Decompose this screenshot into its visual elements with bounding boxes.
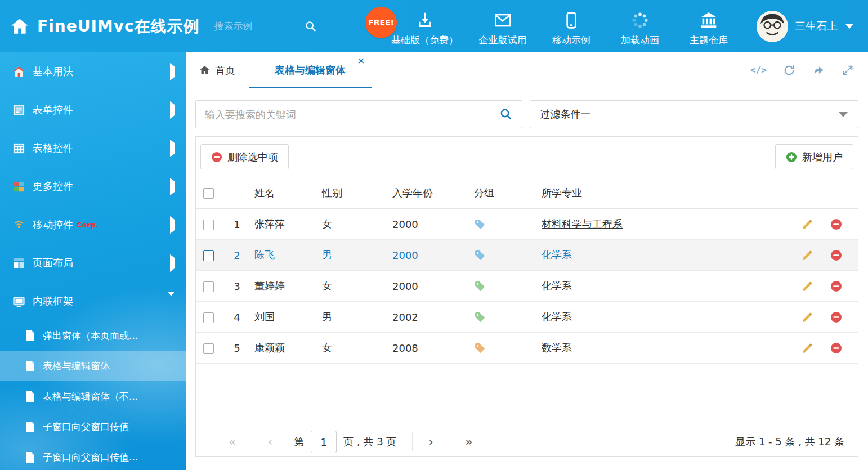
- chevron-down-icon: [845, 24, 853, 29]
- search-icon[interactable]: [499, 108, 513, 121]
- row-number: 3: [224, 271, 250, 302]
- row-checkbox[interactable]: [203, 312, 214, 323]
- page-number-input[interactable]: [311, 431, 337, 453]
- first-page-icon[interactable]: «: [213, 436, 252, 448]
- major-link[interactable]: 化学系: [542, 249, 572, 261]
- sidebar-item-page-layout[interactable]: 页面布局: [0, 244, 186, 282]
- cell-gender: 女: [317, 209, 388, 240]
- major-link[interactable]: 化学系: [542, 280, 572, 292]
- next-page-icon[interactable]: ›: [413, 436, 449, 448]
- delete-row-icon[interactable]: [830, 311, 842, 323]
- major-link[interactable]: 化学系: [542, 311, 572, 323]
- chevron-right-icon: [170, 181, 175, 192]
- nav-item-basic-edition[interactable]: FREE! 基础版（免费）: [391, 11, 458, 47]
- select-all-checkbox[interactable]: [203, 188, 214, 199]
- open-new-window-icon[interactable]: [812, 64, 825, 77]
- form-icon: [12, 104, 25, 117]
- cell-gender: 男: [317, 240, 388, 271]
- topbar-search[interactable]: [214, 20, 330, 33]
- sidebar-item-grid-controls[interactable]: 表格控件: [0, 129, 186, 167]
- page-suffix: 页 , 共 3 页: [343, 435, 396, 449]
- delete-selected-button[interactable]: 删除选中项: [200, 144, 289, 169]
- keyword-search-box: [195, 100, 522, 128]
- signal-icon: [12, 218, 25, 231]
- mobile-icon: [562, 11, 580, 29]
- delete-row-icon[interactable]: [830, 280, 842, 292]
- sidebar-subitem-grid-edit-window[interactable]: 表格与编辑窗体: [0, 351, 186, 381]
- delete-row-icon[interactable]: [830, 249, 842, 261]
- row-checkbox[interactable]: [203, 343, 214, 354]
- tag-icon: [474, 280, 486, 292]
- nav-item-theme-repo[interactable]: 主题仓库: [684, 11, 733, 47]
- cell-name: 陈飞: [250, 240, 317, 271]
- nav-item-loading-animation[interactable]: 加载动画: [616, 11, 664, 47]
- last-page-icon[interactable]: »: [449, 436, 488, 448]
- row-checkbox[interactable]: [203, 250, 214, 261]
- edit-pencil-icon[interactable]: [802, 218, 813, 230]
- edit-pencil-icon[interactable]: [802, 249, 813, 261]
- frame-icon: [12, 295, 25, 308]
- major-link[interactable]: 数学系: [542, 342, 572, 353]
- sidebar-item-mobile-controls[interactable]: 移动控件 Corp.: [0, 205, 186, 244]
- app-title: FineUIMvc在线示例: [37, 16, 200, 37]
- filter-dropdown[interactable]: 过滤条件一: [530, 100, 859, 128]
- home-icon: [199, 65, 210, 75]
- keyword-search-input[interactable]: [205, 109, 499, 120]
- tag-icon: [474, 218, 486, 230]
- fullscreen-icon[interactable]: [841, 64, 854, 77]
- sidebar-item-form-controls[interactable]: 表单控件: [0, 91, 186, 129]
- file-icon: [25, 391, 35, 402]
- table-row: 2 陈飞 男 2000 化学系: [196, 240, 858, 271]
- chevron-right-icon: [170, 220, 175, 230]
- close-icon[interactable]: ✕: [357, 57, 365, 66]
- nav-item-mobile-demo[interactable]: 移动示例: [547, 11, 596, 47]
- file-icon: [25, 421, 35, 433]
- edit-pencil-icon[interactable]: [802, 342, 813, 354]
- pagination: « ‹ 第 页 , 共 3 页 › » 显示 1 - 5 条 , 共 12 条: [196, 427, 858, 456]
- refresh-icon[interactable]: [782, 64, 796, 77]
- major-link[interactable]: 材料科学与工程系: [542, 218, 623, 230]
- tab-tools: </>: [750, 52, 868, 88]
- sidebar-item-basic-usage[interactable]: 基本用法: [0, 52, 186, 91]
- tabbar: 首页 表格与编辑窗体 ✕ </>: [186, 52, 868, 88]
- table-row: 4 刘国 男 2002 化学系: [196, 302, 858, 333]
- topbar: FineUIMvc在线示例 FREE! 基础版（免费） 企业版试用: [0, 0, 868, 52]
- grid-toolbar: 删除选中项 新增用户: [196, 137, 858, 177]
- free-badge: FREE!: [365, 7, 397, 38]
- sidebar-item-more-controls[interactable]: 更多控件: [0, 167, 186, 205]
- brand[interactable]: FineUIMvc在线示例: [0, 16, 200, 37]
- chevron-right-icon: [170, 143, 175, 154]
- tag-icon: [474, 311, 486, 323]
- user-menu[interactable]: 三生石上: [757, 11, 853, 42]
- sidebar-item-inline-frame[interactable]: 内联框架: [0, 282, 186, 320]
- edit-pencil-icon[interactable]: [802, 280, 813, 292]
- download-icon: [416, 11, 434, 29]
- sidebar-subitem-child-to-parent-2[interactable]: 子窗口向父窗口传值...: [0, 442, 186, 470]
- user-name: 三生石上: [795, 19, 838, 34]
- search-icon[interactable]: [305, 20, 317, 33]
- prev-page-icon[interactable]: ‹: [252, 436, 288, 448]
- edit-pencil-icon[interactable]: [802, 311, 813, 323]
- nav-item-enterprise-trial[interactable]: 企业版试用: [478, 11, 527, 47]
- row-checkbox[interactable]: [203, 281, 214, 292]
- delete-row-icon[interactable]: [830, 218, 842, 230]
- add-user-button[interactable]: 新增用户: [775, 144, 853, 169]
- filter-dropdown-value: 过滤条件一: [540, 108, 591, 121]
- sidebar-subitem-popup-window[interactable]: 弹出窗体（本页面或...: [0, 320, 186, 351]
- chevron-right-icon: [170, 66, 175, 77]
- sidebar-subitem-child-to-parent[interactable]: 子窗口向父窗口传值: [0, 411, 186, 442]
- corp-badge: Corp.: [77, 221, 99, 229]
- tag-icon: [474, 342, 486, 354]
- sidebar-subitem-grid-edit-window-2[interactable]: 表格与编辑窗体（不...: [0, 381, 186, 411]
- source-code-icon[interactable]: </>: [750, 64, 767, 77]
- page-number-group: 第 页 , 共 3 页: [288, 432, 413, 451]
- filter-row: 过滤条件一: [195, 100, 858, 128]
- row-checkbox[interactable]: [203, 220, 214, 230]
- delete-row-icon[interactable]: [830, 342, 842, 354]
- tag-icon: [474, 249, 486, 261]
- tab-grid-edit-window[interactable]: 表格与编辑窗体 ✕: [249, 52, 372, 88]
- cell-gender: 女: [317, 333, 388, 364]
- row-number: 1: [224, 209, 250, 240]
- topbar-search-input[interactable]: [214, 21, 305, 32]
- tab-home[interactable]: 首页: [186, 52, 249, 88]
